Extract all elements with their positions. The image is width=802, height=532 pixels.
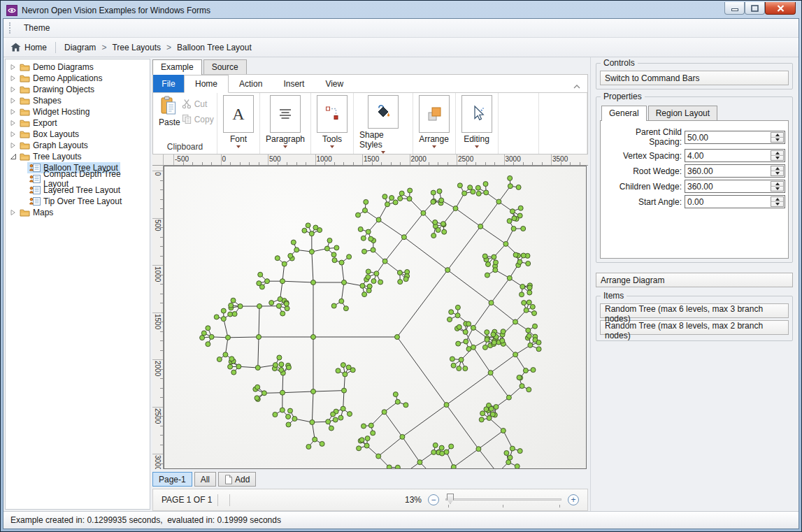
tree-node[interactable] (306, 445, 311, 450)
tree-node[interactable] (401, 235, 406, 240)
tree-item[interactable]: Tip Over Tree Layout (27, 196, 124, 207)
tree-node[interactable] (257, 281, 262, 286)
tree-folder-row[interactable]: Shapes (6, 95, 150, 106)
tree-node[interactable] (440, 451, 445, 456)
tree-node[interactable] (488, 371, 493, 375)
tree-node[interactable] (456, 341, 461, 346)
tree-node[interactable] (366, 269, 371, 274)
tree-node[interactable] (471, 325, 475, 330)
expand-arrow-icon[interactable] (8, 75, 17, 82)
tree-node[interactable] (508, 184, 513, 189)
tree-folder-row[interactable]: Box Layouts (6, 129, 150, 140)
page-tab-page-1[interactable]: Page-1 (152, 472, 192, 487)
tree-node[interactable] (439, 198, 444, 203)
tree-node[interactable] (362, 292, 367, 297)
tree-node[interactable] (517, 449, 522, 454)
tree-node[interactable] (356, 213, 361, 217)
tree-node[interactable] (503, 241, 508, 246)
tree-node[interactable] (221, 308, 226, 313)
tree-node[interactable] (506, 395, 511, 400)
dropdown-arrow-icon[interactable] (236, 145, 241, 148)
tree-node[interactable] (523, 368, 528, 373)
page-tab-all[interactable]: All (194, 472, 216, 487)
tree-node[interactable] (500, 338, 505, 343)
tree-node[interactable] (342, 280, 347, 285)
tree-node[interactable] (518, 206, 523, 210)
tree-node[interactable] (471, 345, 475, 350)
arrange-diagram-button[interactable]: Arrange Diagram (596, 273, 793, 287)
tree-node[interactable] (527, 290, 532, 295)
tree-node[interactable] (231, 370, 236, 375)
tree-node[interactable] (329, 426, 334, 431)
tree-node[interactable] (512, 216, 517, 221)
spin-down-button[interactable] (771, 202, 783, 206)
tree-node[interactable] (517, 375, 522, 380)
spin-up-button[interactable] (771, 151, 783, 156)
tree-node[interactable] (400, 434, 405, 439)
tree-node[interactable] (403, 277, 408, 282)
tree-folder-row[interactable]: Demo Diagrams (6, 62, 150, 73)
toolbar-grip[interactable] (9, 22, 11, 34)
tree-node[interactable] (468, 185, 473, 190)
tree-node[interactable] (528, 343, 533, 347)
tree-node[interactable] (209, 334, 214, 339)
tree-node[interactable] (441, 222, 445, 227)
spin-down-button[interactable] (771, 138, 783, 142)
tree-node[interactable] (358, 227, 363, 231)
tree-node[interactable] (311, 389, 316, 394)
tree-node[interactable] (320, 441, 324, 446)
font-button[interactable]: A (223, 95, 254, 133)
property-value[interactable]: 360.00 (685, 165, 770, 177)
cut-button[interactable]: Cut (182, 99, 214, 109)
tree-node[interactable] (526, 328, 531, 333)
tree-node[interactable] (311, 335, 316, 340)
tree-node[interactable] (306, 223, 310, 228)
tree-node[interactable] (532, 311, 537, 316)
tree-node[interactable] (350, 368, 355, 373)
tree-node[interactable] (389, 196, 394, 201)
tree-node[interactable] (398, 196, 403, 201)
tree-node[interactable] (536, 347, 541, 352)
tree-node[interactable] (462, 191, 467, 196)
tree-node[interactable] (485, 273, 489, 278)
tree-node[interactable] (285, 306, 289, 311)
tree-node[interactable] (489, 301, 494, 305)
tree-folder-row[interactable]: Maps (6, 207, 150, 218)
menu-theme[interactable]: Theme (20, 21, 54, 35)
tree-node[interactable] (449, 310, 454, 315)
tree-node[interactable] (399, 191, 404, 196)
tree-node[interactable] (483, 182, 488, 187)
tree-item[interactable]: Demo Applications (17, 73, 104, 84)
tree-node[interactable] (530, 304, 535, 309)
paragraph-button[interactable] (270, 95, 301, 133)
tree-node[interactable] (439, 445, 444, 450)
tree-node[interactable] (282, 261, 287, 266)
expand-arrow-icon[interactable] (8, 131, 17, 138)
tree-node[interactable] (476, 191, 481, 196)
tree-node[interactable] (238, 304, 243, 309)
tree-node[interactable] (374, 271, 379, 276)
tree-node[interactable] (378, 280, 383, 285)
tree-node[interactable] (493, 268, 498, 273)
minimize-button[interactable] (724, 2, 745, 15)
tree-node[interactable] (342, 388, 347, 393)
tree-node[interactable] (309, 231, 314, 236)
dropdown-arrow-icon[interactable] (330, 145, 334, 148)
tree-item[interactable]: Tree Layouts (17, 151, 84, 162)
tree-node[interactable] (507, 219, 512, 224)
property-value[interactable]: 360.00 (685, 180, 770, 192)
tree-node[interactable] (513, 252, 518, 257)
tree-node[interactable] (447, 317, 452, 322)
tree-node[interactable] (527, 387, 531, 392)
tree-node[interactable] (309, 250, 314, 254)
dropdown-arrow-icon[interactable] (432, 145, 436, 148)
tree-node[interactable] (455, 313, 460, 318)
tree-node[interactable] (371, 247, 375, 252)
tree-node[interactable] (221, 317, 226, 322)
spin-down-button[interactable] (771, 171, 783, 175)
tree-node[interactable] (395, 399, 400, 404)
tree-node[interactable] (382, 259, 387, 264)
zoom-slider[interactable] (445, 493, 561, 507)
tree-node[interactable] (376, 217, 381, 222)
tree-node[interactable] (269, 301, 274, 305)
